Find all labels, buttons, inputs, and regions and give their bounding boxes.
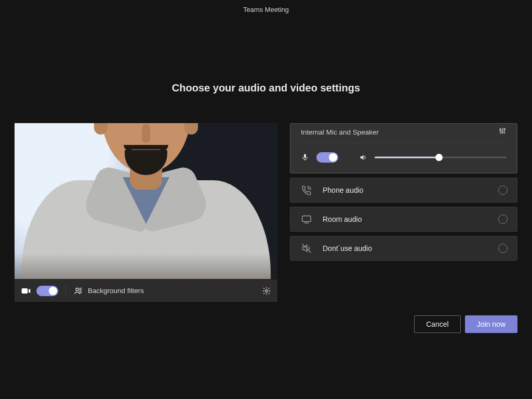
computer-audio-details: Internal Mic and Speaker xyxy=(290,124,517,173)
room-audio-icon xyxy=(300,214,313,225)
camera-icon xyxy=(21,286,31,296)
audio-device-label: Internal Mic and Speaker xyxy=(301,128,379,136)
settings-button[interactable] xyxy=(262,286,271,296)
background-filters-button[interactable]: Background filters xyxy=(73,286,144,296)
no-audio-radio[interactable] xyxy=(498,244,508,253)
phone-audio-radio[interactable] xyxy=(498,185,508,195)
microphone-icon xyxy=(301,153,309,162)
camera-toggle[interactable] xyxy=(36,286,58,296)
video-toolbar: Background filters xyxy=(15,279,277,302)
audio-option-computer[interactable]: Computer audio Internal Mic and Speaker xyxy=(290,123,517,174)
window-header: Teams Meeting xyxy=(0,0,532,19)
room-audio-label: Room audio xyxy=(323,215,489,223)
svg-point-4 xyxy=(502,131,503,133)
speaker-icon xyxy=(359,153,367,162)
svg-point-0 xyxy=(76,288,78,290)
join-button[interactable]: Join now xyxy=(465,315,517,333)
phone-audio-icon xyxy=(300,184,313,196)
window-title: Teams Meeting xyxy=(243,6,289,14)
audio-option-phone[interactable]: Phone audio xyxy=(290,178,517,203)
camera-preview xyxy=(15,123,277,279)
cancel-button[interactable]: Cancel xyxy=(414,315,461,333)
svg-rect-6 xyxy=(302,216,311,222)
svg-point-1 xyxy=(265,289,268,292)
no-audio-label: Dont´use audio xyxy=(323,244,489,252)
audio-option-room[interactable]: Room audio xyxy=(290,207,517,232)
audio-option-none[interactable]: Dont´use audio xyxy=(290,236,517,261)
person-blur-icon xyxy=(73,286,83,296)
background-filters-label: Background filters xyxy=(88,287,144,295)
phone-audio-label: Phone audio xyxy=(323,186,489,194)
audio-settings-button[interactable] xyxy=(498,127,507,137)
no-audio-icon xyxy=(300,243,313,254)
svg-point-5 xyxy=(504,128,506,130)
volume-slider[interactable] xyxy=(375,154,507,161)
page-title: Choose your audio and video settings xyxy=(0,82,532,94)
room-audio-radio[interactable] xyxy=(498,215,508,224)
microphone-toggle[interactable] xyxy=(316,152,338,163)
separator xyxy=(65,284,66,298)
svg-point-3 xyxy=(500,129,501,131)
